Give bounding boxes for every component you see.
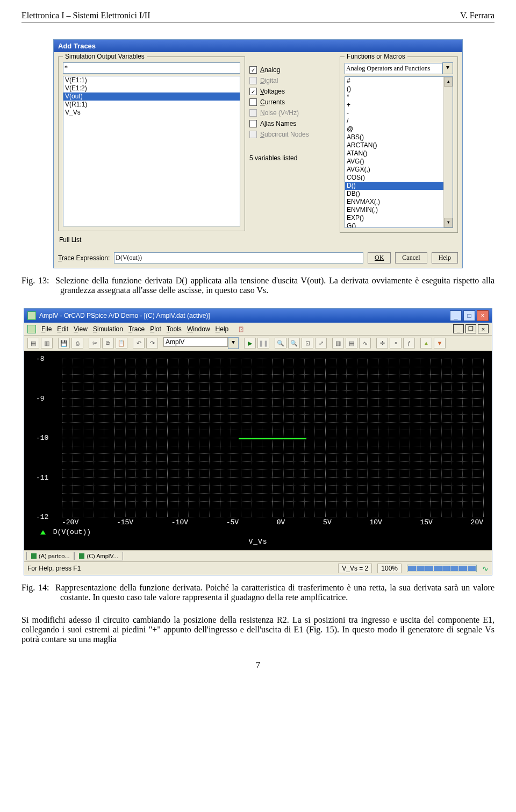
mdi-close-button[interactable]: × xyxy=(478,324,489,333)
fn-item[interactable]: DB() xyxy=(345,190,453,198)
cut-icon[interactable]: ✂ xyxy=(89,338,101,348)
profile-combo[interactable] xyxy=(163,337,228,347)
marker-a-icon[interactable]: ▲ xyxy=(420,338,432,348)
dialog-titlebar[interactable]: Add Traces xyxy=(54,40,462,52)
copy-icon[interactable]: ⧉ xyxy=(102,338,114,348)
fig14-caption: Fig. 14: Rappresentazione della funzione… xyxy=(22,583,494,602)
combo-arrow-icon[interactable]: ▾ xyxy=(228,337,239,349)
fn-item[interactable]: # xyxy=(345,77,453,85)
zoom-area-icon[interactable]: ⊡ xyxy=(302,338,313,348)
redo-icon[interactable]: ↷ xyxy=(146,338,158,348)
fn-item[interactable]: EXP() xyxy=(345,214,453,222)
checkbox-icon: ✓ xyxy=(249,88,257,95)
functions-dropdown[interactable] xyxy=(345,63,442,74)
x-tick: -10V xyxy=(171,518,188,526)
var-item[interactable]: V(E1:2) xyxy=(63,84,240,92)
trace-expression-input[interactable] xyxy=(114,252,363,263)
check-voltages[interactable]: ✓Voltages xyxy=(249,88,335,95)
run-icon[interactable]: ▶ xyxy=(244,338,256,348)
doc-header-right: V. Ferrara xyxy=(460,11,494,20)
paste-icon[interactable]: 📋 xyxy=(116,338,127,348)
add-traces-dialog: Add Traces Simulation Output Variables V… xyxy=(53,39,463,268)
zoom-fit-icon[interactable]: ⤢ xyxy=(315,338,327,348)
fn-item[interactable]: - xyxy=(345,109,453,117)
fn-item[interactable]: D() xyxy=(345,182,453,190)
menu-file[interactable]: File xyxy=(41,325,52,333)
fn-item[interactable]: COS() xyxy=(345,174,453,182)
fn-item[interactable]: AVGX(,) xyxy=(345,166,453,174)
undo-icon[interactable]: ↶ xyxy=(133,338,145,348)
pspice-window: AmplV - OrCAD PSpice A/D Demo - [(C) Amp… xyxy=(24,308,492,575)
scroll-down-icon[interactable]: ▾ xyxy=(444,218,453,227)
sim-vars-filter-input[interactable] xyxy=(63,62,240,74)
menu-trace[interactable]: Trace xyxy=(128,325,145,333)
x-tick: 5V xyxy=(323,518,332,526)
trace-marker-icon xyxy=(40,530,46,535)
checkbox-icon xyxy=(249,120,257,127)
help-glyph-icon[interactable]: ⍰ xyxy=(239,325,243,333)
check-currents[interactable]: Currents xyxy=(249,98,335,106)
toolbar: ▤▥ 💾 ⎙ ✂ ⧉ 📋 ↶ ↷ ▾ ▶ ❚❚ 🔍 🔍 ⊡ ⤢ ▥ ▤ ∿ ✛ … xyxy=(24,336,492,351)
ok-button[interactable]: OK xyxy=(368,252,391,263)
fn-item[interactable]: ENVMAX(,) xyxy=(345,198,453,206)
menu-view[interactable]: View xyxy=(74,325,88,333)
minimize-button[interactable]: _ xyxy=(450,310,462,321)
tab-a[interactable]: (A) partco... xyxy=(26,552,74,560)
dropdown-arrow-icon[interactable]: ▾ xyxy=(442,62,453,74)
fn-item[interactable]: AVG() xyxy=(345,158,453,166)
fn-item[interactable]: / xyxy=(345,117,453,125)
fn-item[interactable]: ARCTAN() xyxy=(345,141,453,149)
menu-help[interactable]: Help xyxy=(216,325,229,333)
fn-item[interactable]: G() xyxy=(345,222,453,228)
maximize-button[interactable]: □ xyxy=(463,310,475,321)
menu-tools[interactable]: Tools xyxy=(167,325,182,333)
checkbox-icon: ✓ xyxy=(249,66,257,74)
close-button[interactable]: × xyxy=(477,310,489,321)
check-alias-names[interactable]: Alias Names xyxy=(249,120,335,127)
menu-edit[interactable]: Edit xyxy=(57,325,68,333)
zoom-out-icon[interactable]: 🔍 xyxy=(288,338,300,348)
help-button[interactable]: Help xyxy=(432,252,458,263)
tab-c[interactable]: (C) AmplV... xyxy=(74,552,123,560)
save-icon[interactable]: 💾 xyxy=(58,338,70,348)
var-item[interactable]: V_Vs xyxy=(63,109,240,117)
fn-item[interactable]: () xyxy=(345,85,453,93)
mark-icon[interactable]: ⚬ xyxy=(390,338,402,348)
fn-item[interactable]: ATAN() xyxy=(345,149,453,158)
zoom-in-icon[interactable]: 🔍 xyxy=(275,338,286,348)
fft-icon[interactable]: ∿ xyxy=(359,338,371,348)
fn-item[interactable]: + xyxy=(345,101,453,109)
fn-item[interactable]: * xyxy=(345,93,453,101)
open-file-icon[interactable]: ▥ xyxy=(41,338,53,348)
y-tick: -9 xyxy=(36,395,45,403)
cursor-icon[interactable]: ✛ xyxy=(376,338,388,348)
var-item[interactable]: V(R1:1) xyxy=(63,101,240,109)
mdi-minimize-button[interactable]: _ xyxy=(453,324,464,333)
pspice-titlebar[interactable]: AmplV - OrCAD PSpice A/D Demo - [(C) Amp… xyxy=(24,309,492,323)
menu-simulation[interactable]: Simulation xyxy=(93,325,123,333)
scroll-up-icon[interactable]: ▴ xyxy=(444,77,453,87)
status-pct-cell: 100% xyxy=(377,564,402,573)
log-y-icon[interactable]: ▤ xyxy=(346,338,357,348)
marker-b-icon[interactable]: ▼ xyxy=(434,338,446,348)
new-file-icon[interactable]: ▤ xyxy=(27,338,39,348)
menu-plot[interactable]: Plot xyxy=(150,325,161,333)
functions-scrollbar[interactable]: ▴ ▾ xyxy=(443,77,453,227)
log-x-icon[interactable]: ▥ xyxy=(332,338,344,348)
fn-item[interactable]: ENVMIN(,) xyxy=(345,206,453,214)
menu-window[interactable]: Window xyxy=(187,325,210,333)
cancel-button[interactable]: Cancel xyxy=(395,252,427,263)
mdi-restore-button[interactable]: ❐ xyxy=(465,324,476,333)
fn-item[interactable]: @ xyxy=(345,125,453,133)
x-axis-label: V_Vs xyxy=(24,538,492,546)
plot-area[interactable]: -8-9-10-11-12 -20V-15V-10V-5V0V5V10V15V2… xyxy=(24,351,492,550)
sim-vars-listbox[interactable]: V(E1:1)V(E1:2)V(out)V(R1:1)V_Vs xyxy=(63,76,240,226)
print-icon[interactable]: ⎙ xyxy=(71,338,83,348)
check-analog[interactable]: ✓Analog xyxy=(249,66,335,74)
fn-item[interactable]: ABS() xyxy=(345,133,453,141)
var-item[interactable]: V(out) xyxy=(63,92,240,101)
eval-icon[interactable]: ƒ xyxy=(403,338,415,348)
pause-icon[interactable]: ❚❚ xyxy=(257,338,269,348)
var-item[interactable]: V(E1:1) xyxy=(63,76,240,84)
functions-listbox[interactable]: #()*+-/@ABS()ARCTAN()ATAN()AVG()AVGX(,)C… xyxy=(345,76,453,228)
